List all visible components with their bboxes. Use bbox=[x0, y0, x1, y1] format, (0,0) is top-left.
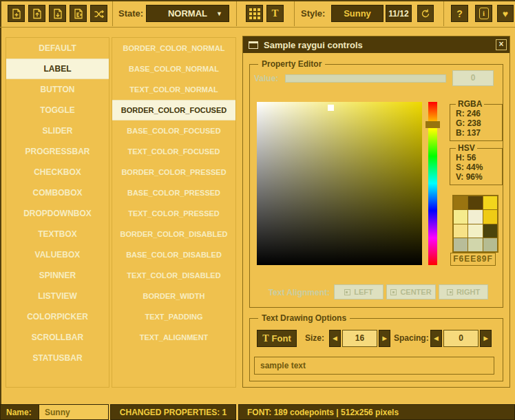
color-swatch[interactable] bbox=[468, 196, 482, 209]
export-file-button[interactable] bbox=[70, 5, 87, 22]
align-center-icon bbox=[390, 289, 397, 295]
align-left-icon bbox=[344, 289, 350, 295]
align-left-button[interactable]: LEFT bbox=[334, 284, 383, 300]
hsv-title: HSV bbox=[456, 143, 477, 154]
style-label: Style: bbox=[301, 9, 325, 19]
info-icon: i bbox=[479, 8, 489, 19]
style-name-input[interactable]: Sunny bbox=[39, 404, 109, 420]
list-item[interactable]: BORDER_COLOR_PRESSED bbox=[112, 162, 235, 182]
size-decrease-button[interactable]: ◀ bbox=[329, 330, 341, 347]
color-swatch[interactable] bbox=[483, 196, 497, 209]
color-swatch[interactable] bbox=[454, 238, 467, 251]
size-increase-button[interactable]: ▶ bbox=[379, 330, 390, 347]
font-button[interactable]: T Font bbox=[257, 330, 297, 347]
list-item[interactable]: LISTVIEW bbox=[6, 286, 109, 306]
list-item[interactable]: BORDER_WIDTH bbox=[112, 286, 235, 306]
list-item[interactable]: VALUEBOX bbox=[6, 244, 109, 265]
color-swatch[interactable] bbox=[483, 238, 497, 251]
list-item[interactable]: SCROLLBAR bbox=[6, 327, 109, 348]
list-item[interactable]: BASE_COLOR_NORMAL bbox=[112, 59, 235, 79]
list-item[interactable]: BASE_COLOR_FOCUSED bbox=[112, 120, 235, 141]
hex-value-input[interactable]: F6EE89F bbox=[450, 253, 496, 266]
color-swatch[interactable] bbox=[468, 238, 482, 251]
open-file-button[interactable] bbox=[28, 5, 45, 22]
size-label: Size: bbox=[305, 333, 324, 343]
style-name-button[interactable]: Sunny bbox=[331, 5, 383, 22]
style-color-palette bbox=[452, 195, 498, 253]
list-item[interactable]: TEXTBOX bbox=[6, 224, 109, 244]
grid-icon bbox=[249, 8, 260, 19]
value-box[interactable]: 0 bbox=[452, 70, 494, 86]
list-item[interactable]: CHECKBOX bbox=[6, 162, 109, 182]
style-table-image-button[interactable] bbox=[246, 5, 263, 22]
state-label: State: bbox=[118, 9, 143, 19]
shuffle-icon bbox=[94, 8, 105, 19]
list-item[interactable]: COLORPICKER bbox=[6, 306, 109, 327]
value-slider[interactable] bbox=[285, 74, 446, 83]
list-item[interactable]: BUTTON bbox=[6, 79, 109, 100]
list-item[interactable]: DROPDOWNBOX bbox=[6, 203, 109, 224]
style-reload-button[interactable] bbox=[417, 5, 434, 22]
save-file-button[interactable] bbox=[49, 5, 66, 22]
list-item[interactable]: SLIDER bbox=[6, 120, 109, 141]
hue-slider[interactable] bbox=[428, 102, 437, 265]
align-center-button[interactable]: CENTER bbox=[386, 284, 436, 300]
list-item[interactable]: SPINNER bbox=[6, 265, 109, 286]
list-item[interactable]: TEXT_PADDING bbox=[112, 306, 235, 327]
spacing-decrease-button[interactable]: ◀ bbox=[430, 330, 442, 347]
color-swatch[interactable] bbox=[483, 210, 497, 223]
list-item[interactable]: BORDER_COLOR_DISABLED bbox=[112, 224, 235, 244]
list-item[interactable]: TOGGLE bbox=[6, 100, 109, 120]
spacing-value-box[interactable]: 0 bbox=[443, 330, 479, 347]
color-picker-cursor[interactable] bbox=[328, 105, 334, 111]
align-right-icon bbox=[447, 289, 453, 295]
sponsor-button[interactable]: ♥ bbox=[497, 5, 514, 22]
list-item-selected[interactable]: LABEL bbox=[6, 59, 109, 79]
text-alignment-toggle-group: LEFT CENTER RIGHT bbox=[334, 284, 488, 300]
list-item[interactable]: DEFAULT bbox=[6, 38, 109, 59]
close-button[interactable]: × bbox=[496, 39, 507, 50]
font-info-status: FONT: 189 codepoints | 512x256 pixels bbox=[238, 404, 515, 420]
rguistyler-app: State: NORMAL ▼ T Style: Sunny 11/12 bbox=[0, 0, 515, 420]
spacing-increase-button[interactable]: ▶ bbox=[480, 330, 492, 347]
randomize-style-button[interactable] bbox=[90, 5, 107, 22]
hsv-h-value: H: 56 bbox=[450, 153, 502, 162]
state-dropdown[interactable]: NORMAL ▼ bbox=[146, 5, 229, 22]
rgba-b-value: B: 137 bbox=[450, 128, 502, 138]
property-editor-title: Property Editor bbox=[258, 59, 325, 70]
list-item[interactable]: STATUSBAR bbox=[6, 348, 109, 368]
list-item[interactable]: TEXT_COLOR_PRESSED bbox=[112, 203, 235, 224]
list-item[interactable]: PROGRESSBAR bbox=[6, 141, 109, 162]
list-item[interactable]: BORDER_COLOR_NORMAL bbox=[112, 38, 235, 59]
size-value-box[interactable]: 16 bbox=[342, 330, 377, 347]
new-file-button[interactable] bbox=[8, 5, 25, 22]
color-swatch[interactable] bbox=[468, 210, 482, 223]
font-atlas-button[interactable]: T bbox=[266, 5, 284, 22]
about-button[interactable]: i bbox=[475, 5, 492, 22]
list-item[interactable]: BASE_COLOR_DISABLED bbox=[112, 244, 235, 265]
color-swatch[interactable] bbox=[454, 224, 467, 238]
list-item[interactable]: TEXT_COLOR_FOCUSED bbox=[112, 141, 235, 162]
list-item[interactable]: TEXT_COLOR_NORMAL bbox=[112, 79, 235, 100]
list-item[interactable]: TEXT_ALIGNMENT bbox=[112, 327, 235, 348]
color-swatch[interactable] bbox=[468, 224, 482, 238]
toolbar-divider bbox=[443, 1, 444, 26]
color-swatch[interactable] bbox=[454, 196, 467, 209]
controls-list-panel: DEFAULT LABEL BUTTON TOGGLE SLIDER PROGR… bbox=[6, 37, 109, 388]
list-item-selected[interactable]: BORDER_COLOR_FOCUSED bbox=[112, 100, 235, 120]
list-item[interactable]: COMBOBOX bbox=[6, 182, 109, 203]
help-button[interactable]: ? bbox=[451, 5, 468, 22]
color-swatch[interactable] bbox=[483, 224, 497, 238]
text-drawing-options-title: Text Drawing Options bbox=[258, 313, 350, 324]
window-titlebar[interactable]: Sample raygui controls × bbox=[243, 36, 509, 53]
list-item[interactable]: BASE_COLOR_PRESSED bbox=[112, 182, 235, 203]
window-title: Sample raygui controls bbox=[264, 40, 363, 50]
sample-text-input[interactable]: sample text bbox=[254, 357, 494, 375]
text-drawing-options-group: Text Drawing Options T Font Size: ◀ 16 ▶… bbox=[249, 318, 503, 381]
color-picker-panel[interactable] bbox=[257, 102, 422, 265]
hue-slider-handle[interactable] bbox=[425, 121, 440, 128]
color-swatch[interactable] bbox=[454, 210, 467, 223]
align-right-button[interactable]: RIGHT bbox=[439, 284, 488, 300]
list-item[interactable]: TEXT_COLOR_DISABLED bbox=[112, 265, 235, 286]
window-icon bbox=[249, 41, 258, 49]
